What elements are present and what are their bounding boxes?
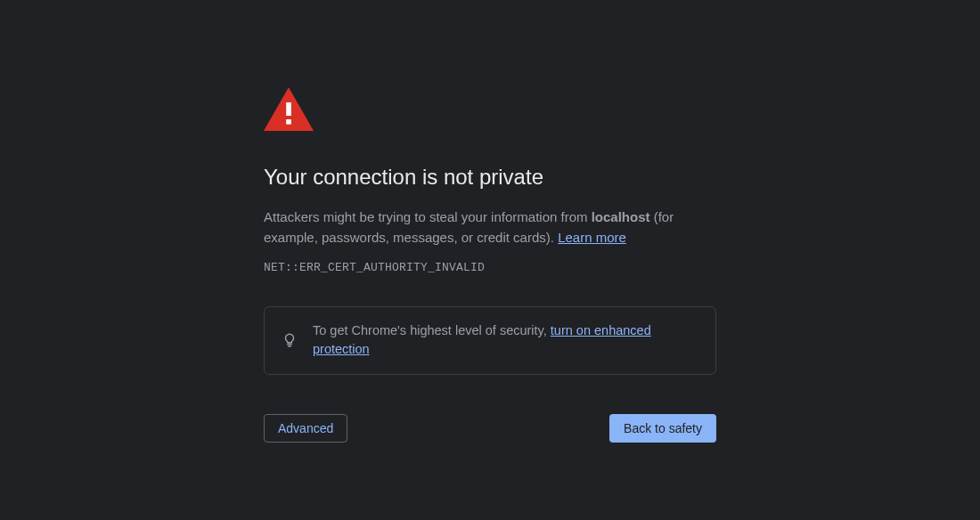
warning-description: Attackers might be trying to steal your … — [264, 207, 716, 248]
lightbulb-icon — [281, 331, 298, 349]
svg-rect-1 — [286, 119, 291, 125]
description-prefix: Attackers might be trying to steal your … — [264, 209, 592, 224]
ssl-warning-interstitial: Your connection is not private Attackers… — [264, 0, 716, 443]
tip-prefix: To get Chrome's highest level of securit… — [313, 323, 551, 337]
warning-triangle-icon — [264, 87, 314, 131]
button-row: Advanced Back to safety — [264, 414, 716, 443]
advanced-button[interactable]: Advanced — [264, 414, 347, 443]
back-to-safety-button[interactable]: Back to safety — [609, 414, 716, 443]
error-code: NET::ERR_CERT_AUTHORITY_INVALID — [264, 261, 716, 274]
tip-text: To get Chrome's highest level of securit… — [313, 321, 699, 361]
svg-rect-0 — [286, 102, 291, 116]
hostname: localhost — [592, 209, 650, 224]
enhanced-protection-tip: To get Chrome's highest level of securit… — [264, 306, 716, 376]
learn-more-link[interactable]: Learn more — [558, 230, 626, 245]
page-title: Your connection is not private — [264, 163, 716, 191]
